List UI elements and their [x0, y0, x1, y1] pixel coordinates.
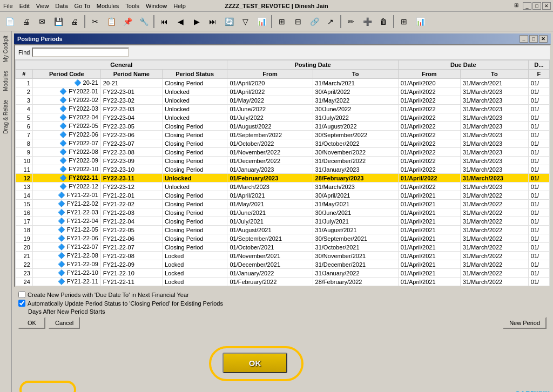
find-input[interactable] — [32, 48, 129, 57]
ok-button[interactable]: OK — [18, 317, 45, 329]
open-icon[interactable]: 🖨 — [18, 14, 33, 29]
table-row[interactable]: 23🔷 FY21-22-10FY21-22-10Locked01/January… — [16, 269, 550, 278]
toolbar-separator-4 — [340, 15, 341, 28]
chart-icon[interactable]: 📊 — [254, 14, 269, 29]
sidebar-item-drag[interactable]: Drag & Relate — [3, 96, 9, 138]
table-cell: 01/ — [528, 191, 549, 200]
table-row[interactable]: 6🔷 FY2022-05FY22-23-05Closing Period01/A… — [16, 122, 550, 131]
delete-icon[interactable]: 🗑 — [376, 14, 391, 29]
table-cell: 30/April/2021 — [313, 191, 398, 200]
format-icon[interactable]: 🔧 — [136, 14, 151, 29]
row-num-cell: 19 — [16, 234, 33, 243]
table-row[interactable]: 14🔷 FY21-22-01FY21-22-01Closing Period01… — [16, 191, 550, 200]
table-row[interactable]: 5🔷 FY2022-04FY22-23-04Unlocked01/July/20… — [16, 113, 550, 122]
close-button[interactable]: ✕ — [542, 2, 551, 10]
dialog-maximize-button[interactable]: □ — [529, 35, 538, 43]
table-row[interactable]: 10🔷 FY2022-09FY22-23-09Closing Period01/… — [16, 157, 550, 165]
table-row[interactable]: 20🔷 FY21-22-07FY21-22-07Closing Period01… — [16, 243, 550, 252]
add-icon[interactable]: ➕ — [360, 14, 375, 29]
row-num-cell: 18 — [16, 226, 33, 234]
new-icon[interactable]: 📄 — [2, 14, 17, 29]
window-controls: ⊞ _ □ ✕ — [511, 2, 553, 10]
table-row[interactable]: 7🔷 FY2022-06FY22-23-06Closing Period01/S… — [16, 131, 550, 139]
link-icon[interactable]: 🔗 — [307, 14, 322, 29]
period-code-cell: 🔷 FY2022-03 — [32, 105, 100, 113]
table-row[interactable]: 11🔷 FY2022-10FY22-23-10Closing Period01/… — [16, 165, 550, 174]
table-cell: 31/March/2023 — [460, 183, 528, 191]
prev-icon[interactable]: ◀ — [173, 14, 188, 29]
dialog-close-button[interactable]: ✕ — [539, 35, 548, 43]
table-row[interactable]: 22🔷 FY21-22-09FY21-22-09Locked01/Decembe… — [16, 260, 550, 269]
toolbar-separator-3 — [271, 15, 272, 28]
period-code-cell: 🔷 FY2022-05 — [32, 122, 100, 131]
cancel-button[interactable]: Cancel — [49, 317, 80, 329]
new-period-button[interactable]: New Period — [503, 317, 547, 329]
table-cell: 01/April/2021 — [398, 226, 460, 234]
table-row[interactable]: 15🔷 FY21-22-02FY21-22-02Closing Period01… — [16, 200, 550, 208]
expand-icon[interactable]: ⊞ — [274, 14, 289, 29]
period-code-cell: 🔷 FY2022-12 — [32, 183, 100, 191]
dialog-minimize-button[interactable]: _ — [520, 35, 528, 43]
big-ok-button[interactable]: OK — [222, 353, 287, 373]
checkbox-auto-update[interactable] — [18, 300, 25, 307]
menu-item-data[interactable]: Data — [52, 2, 71, 10]
menu-item-file[interactable]: File — [0, 2, 16, 10]
table-row[interactable]: 19🔷 FY21-22-06FY21-22-06Closing Period01… — [16, 234, 550, 243]
save-icon[interactable]: 💾 — [51, 14, 66, 29]
sidebar-item-modules[interactable]: Modules — [3, 66, 9, 96]
paste-icon[interactable]: 📌 — [120, 14, 135, 29]
menu-item-tools[interactable]: Tools — [122, 2, 143, 10]
next-icon[interactable]: ▶ — [189, 14, 204, 29]
table-row[interactable]: 13🔷 FY2022-12FY22-23-12Unlocked01/March/… — [16, 183, 550, 191]
menu-item-goto[interactable]: Go To — [71, 2, 93, 10]
table-row[interactable]: 24🔷 FY21-22-11FY21-22-11Locked01/Februar… — [16, 278, 550, 286]
small-ok-circle-highlight — [19, 381, 76, 392]
menu-item-edit[interactable]: Edit — [16, 2, 33, 10]
filter-icon[interactable]: ▽ — [238, 14, 253, 29]
table-cell: 01/December/2022 — [227, 157, 313, 165]
edit-icon[interactable]: ✏ — [343, 14, 359, 29]
cut-icon[interactable]: ✂ — [87, 14, 103, 29]
table-container[interactable]: General Posting Date Due Date D... # Per… — [15, 60, 550, 286]
maximize-button[interactable]: □ — [532, 2, 541, 10]
table-row[interactable]: 17🔷 FY21-22-04FY21-22-04Closing Period01… — [16, 217, 550, 226]
table-row[interactable]: 18🔷 FY21-22-05FY21-22-05Closing Period01… — [16, 226, 550, 234]
table-row[interactable]: 9🔷 FY2022-08FY22-23-08Closing Period01/N… — [16, 148, 550, 157]
copy-icon[interactable]: 📋 — [104, 14, 119, 29]
grid2-icon[interactable]: ⊞ — [396, 14, 412, 29]
menu-item-window[interactable]: Window — [143, 2, 170, 10]
first-icon[interactable]: ⏮ — [157, 14, 172, 29]
print-icon[interactable]: 🖨 — [67, 14, 82, 29]
table-row[interactable]: 2🔷 FY2022-01FY22-23-01Unlocked01/April/2… — [16, 87, 550, 96]
table-row[interactable]: 8🔷 FY2022-07FY22-23-07Closing Period01/O… — [16, 139, 550, 148]
checkbox-new-periods[interactable] — [18, 291, 25, 298]
menu-item-modules[interactable]: Modules — [93, 2, 123, 10]
table-cell: 01/April/2020 — [227, 79, 313, 87]
xref-icon[interactable]: ↗ — [323, 14, 338, 29]
minimize-button[interactable]: _ — [523, 2, 531, 10]
excel-icon[interactable]: 📊 — [413, 14, 428, 29]
collapse-icon[interactable]: ⊟ — [291, 14, 306, 29]
table-cell: 01/April/2021 — [227, 191, 313, 200]
table-row[interactable]: 16🔷 FY21-22-03FY21-22-03Closing Period01… — [16, 208, 550, 217]
table-cell: 30/June/2022 — [313, 105, 398, 113]
table-cell: 31/March/2023 — [460, 87, 528, 96]
table-row[interactable]: 1🔷 20-2120-21Closing Period01/April/2020… — [16, 79, 550, 87]
email-icon[interactable]: ✉ — [35, 14, 50, 29]
sidebar-item-cockpit[interactable]: My Cockpit — [3, 31, 9, 66]
table-row[interactable]: 3🔷 FY2022-02FY22-23-02Unlocked01/May/202… — [16, 96, 550, 105]
table-row[interactable]: 12🔷 FY2022-11FY22-23-11Unlocked01/Februa… — [16, 174, 550, 183]
col-header-code: Period Code — [32, 70, 100, 79]
menu-item-view[interactable]: View — [33, 2, 52, 10]
col-header-to: To — [313, 70, 398, 79]
table-cell: 01/October/2022 — [227, 139, 313, 148]
table-cell: 31/March/2022 — [460, 278, 528, 286]
refresh-icon[interactable]: 🔄 — [221, 14, 237, 29]
table-row[interactable]: 21🔷 FY21-22-08FY21-22-08Locked01/Novembe… — [16, 252, 550, 260]
last-icon[interactable]: ⏭ — [205, 14, 220, 29]
table-cell: Closing Period — [162, 79, 227, 87]
menu-item-help[interactable]: Help — [170, 2, 189, 10]
dialog-body: Find General Posting Date Due Date D... — [14, 44, 551, 287]
row-num-cell: 10 — [16, 157, 33, 165]
table-row[interactable]: 4🔷 FY2022-03FY22-23-03Unlocked01/June/20… — [16, 105, 550, 113]
